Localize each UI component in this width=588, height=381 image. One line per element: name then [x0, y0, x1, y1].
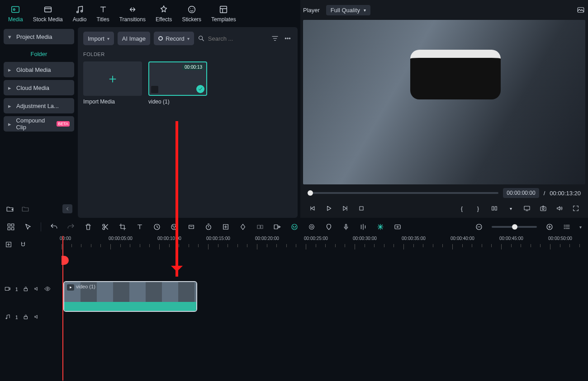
film-icon [151, 86, 158, 93]
motion-button[interactable] [307, 222, 316, 231]
effects-icon [159, 5, 169, 14]
tab-effects[interactable]: Effects [156, 5, 172, 23]
player-preview[interactable] [303, 20, 585, 184]
ruler-label: 00:00:20:00 [255, 236, 279, 241]
new-folder-icon[interactable] [5, 204, 14, 213]
timeline-ruler[interactable]: 00:0000:00:05:0000:00:10:0000:00:15:0000… [62, 236, 588, 250]
volume-icon[interactable] [555, 203, 564, 213]
ruler-label: 00:00:40:00 [450, 236, 474, 241]
audio-track-header[interactable]: 1 [0, 307, 62, 327]
text-button[interactable] [135, 222, 144, 231]
keyframe-button[interactable] [238, 222, 247, 231]
playhead-flag[interactable] [62, 256, 69, 265]
picture-icon[interactable] [576, 5, 585, 14]
import-dropdown[interactable]: Import ▾ [83, 32, 114, 45]
undo-button[interactable] [49, 222, 58, 231]
redo-button[interactable] [66, 222, 76, 231]
zoom-in-button[interactable] [545, 222, 554, 231]
folder-link-icon[interactable] [21, 204, 30, 213]
voiceover-button[interactable] [341, 222, 351, 231]
mark-out-button[interactable]: } [473, 203, 483, 213]
quality-dropdown[interactable]: Full Quality ▾ [326, 5, 370, 15]
split-button[interactable] [101, 222, 110, 231]
tab-titles[interactable]: Titles [96, 5, 109, 23]
speed-button[interactable] [152, 222, 161, 231]
tab-stock-media[interactable]: Stock Media [33, 5, 63, 23]
next-button[interactable] [340, 203, 350, 213]
timeline[interactable]: 00:0000:00:05:0000:00:10:0000:00:15:0000… [0, 236, 588, 381]
crop-button[interactable] [118, 222, 127, 231]
render-button[interactable] [376, 222, 385, 231]
lock-icon[interactable] [23, 314, 29, 321]
visibility-icon[interactable] [44, 286, 51, 293]
media-clip-card[interactable]: 00:00:13 video (1) [148, 61, 207, 105]
svg-rect-20 [8, 228, 10, 230]
sidebar-compound-label: Compound Clip [16, 117, 55, 131]
sidebar-cloud-media[interactable]: ▸ Cloud Media [4, 80, 74, 95]
play-button[interactable] [324, 203, 334, 213]
check-icon [196, 85, 204, 93]
timer-button[interactable] [204, 222, 213, 231]
tab-transitions[interactable]: Transitions [119, 5, 146, 23]
sidebar-global-media[interactable]: ▸ Global Media [4, 62, 74, 77]
sidebar-global-label: Global Media [16, 66, 51, 73]
ai-image-button[interactable]: AI Image [118, 32, 150, 45]
tab-templates-label: Templates [211, 16, 236, 23]
layout-icon[interactable] [6, 222, 15, 231]
freeze-button[interactable] [256, 222, 265, 231]
chevron-down-icon: ▾ [107, 36, 109, 41]
search-input[interactable] [208, 35, 267, 42]
player-progress-bar[interactable] [308, 192, 498, 194]
fullscreen-icon[interactable] [571, 203, 581, 213]
magnet-icon[interactable] [19, 240, 27, 249]
more-icon[interactable] [283, 34, 292, 43]
tab-templates[interactable]: Templates [211, 5, 236, 23]
sidebar-compound-clip[interactable]: ▸ Compound Clip BETA [4, 116, 74, 132]
svg-point-7 [199, 36, 203, 40]
fit-button[interactable] [221, 222, 230, 231]
record-dropdown[interactable]: Record ▾ [154, 32, 194, 45]
audio-mix-button[interactable] [359, 222, 368, 231]
collapse-sidebar-button[interactable] [62, 204, 72, 213]
stickers-icon [187, 5, 197, 14]
split-view-icon[interactable] [489, 203, 499, 213]
stop-button[interactable] [356, 203, 366, 213]
snapshot-icon[interactable] [538, 203, 548, 213]
chevron-down-icon[interactable]: ▾ [579, 225, 582, 230]
track-manage-icon[interactable] [5, 240, 13, 249]
svg-point-39 [309, 225, 314, 230]
video-track-icon [5, 286, 11, 293]
tab-media[interactable]: Media [8, 5, 23, 23]
sidebar-project-media[interactable]: ▾ Project Media [4, 29, 74, 44]
chevron-down-icon[interactable]: ▾ [506, 203, 516, 213]
prev-frame-button[interactable] [308, 203, 318, 213]
mute-icon[interactable] [33, 286, 40, 293]
marker-button[interactable] [324, 222, 333, 231]
ai-button[interactable] [290, 222, 299, 231]
import-media-label: Import Media [83, 99, 142, 105]
display-icon[interactable] [522, 203, 532, 213]
svg-point-3 [77, 11, 79, 13]
lock-icon[interactable] [23, 286, 29, 293]
zoom-out-button[interactable] [474, 222, 484, 231]
mask-button[interactable] [187, 222, 196, 231]
sidebar-folder-label[interactable]: Folder [4, 47, 74, 62]
sidebar-adjustment-layer[interactable]: ▸ Adjustment La... [4, 98, 74, 113]
cursor-icon[interactable] [24, 222, 33, 231]
import-media-card[interactable]: ＋ Import Media [83, 61, 142, 105]
video-track-header[interactable]: 1 [0, 279, 62, 299]
tab-stickers[interactable]: Stickers [182, 5, 201, 23]
zoom-slider[interactable] [492, 226, 537, 228]
mute-icon[interactable] [33, 314, 40, 321]
mark-in-button[interactable]: { [457, 203, 467, 213]
screenshot-timeline-button[interactable] [393, 222, 402, 231]
timeline-clip[interactable]: video (1) [63, 281, 197, 312]
svg-point-1 [14, 9, 15, 10]
tab-audio[interactable]: Audio [73, 5, 87, 23]
search-icon[interactable] [198, 34, 205, 43]
delete-button[interactable] [84, 222, 93, 231]
track-view-button[interactable] [562, 222, 571, 231]
filter-icon[interactable] [270, 34, 280, 43]
svg-point-4 [81, 10, 83, 12]
detach-button[interactable] [273, 222, 282, 231]
